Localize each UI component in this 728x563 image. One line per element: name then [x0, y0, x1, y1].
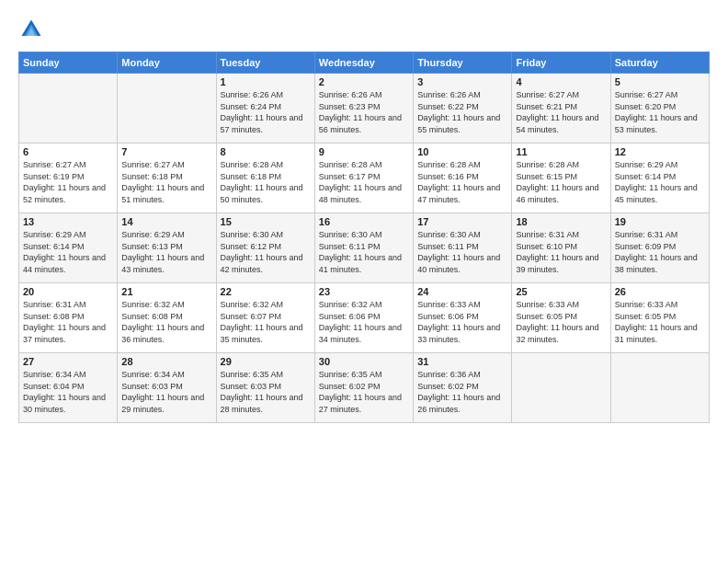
- day-info: Sunrise: 6:28 AM Sunset: 6:16 PM Dayligh…: [417, 159, 507, 205]
- day-number: 24: [417, 286, 507, 297]
- day-number: 2: [319, 76, 409, 87]
- logo: [18, 17, 48, 42]
- calendar-cell: 18 Sunrise: 6:31 AM Sunset: 6:10 PM Dayl…: [512, 213, 610, 283]
- calendar-table: SundayMondayTuesdayWednesdayThursdayFrid…: [18, 52, 710, 423]
- calendar-week-row: 20 Sunrise: 6:31 AM Sunset: 6:08 PM Dayl…: [19, 283, 710, 353]
- day-number: 8: [221, 146, 311, 157]
- day-info: Sunrise: 6:31 AM Sunset: 6:10 PM Dayligh…: [516, 229, 606, 275]
- calendar-cell: 22 Sunrise: 6:32 AM Sunset: 6:07 PM Dayl…: [216, 283, 314, 353]
- day-number: 17: [417, 216, 507, 227]
- day-info: Sunrise: 6:33 AM Sunset: 6:06 PM Dayligh…: [417, 299, 507, 345]
- weekday-header: Thursday: [414, 52, 512, 74]
- day-info: Sunrise: 6:27 AM Sunset: 6:18 PM Dayligh…: [121, 159, 211, 205]
- day-number: 25: [516, 286, 606, 297]
- day-info: Sunrise: 6:35 AM Sunset: 6:02 PM Dayligh…: [319, 369, 409, 415]
- day-number: 15: [221, 216, 311, 227]
- calendar-cell: 14 Sunrise: 6:29 AM Sunset: 6:13 PM Dayl…: [118, 213, 216, 283]
- day-info: Sunrise: 6:30 AM Sunset: 6:11 PM Dayligh…: [417, 229, 507, 275]
- day-info: Sunrise: 6:26 AM Sunset: 6:23 PM Dayligh…: [319, 89, 409, 135]
- day-info: Sunrise: 6:29 AM Sunset: 6:14 PM Dayligh…: [23, 229, 113, 275]
- calendar-cell: 2 Sunrise: 6:26 AM Sunset: 6:23 PM Dayli…: [314, 74, 413, 144]
- day-info: Sunrise: 6:31 AM Sunset: 6:09 PM Dayligh…: [615, 229, 705, 275]
- weekday-header: Friday: [512, 52, 610, 74]
- calendar-week-row: 13 Sunrise: 6:29 AM Sunset: 6:14 PM Dayl…: [19, 213, 710, 283]
- day-number: 31: [417, 356, 507, 367]
- day-number: 26: [615, 286, 705, 297]
- calendar-cell: 11 Sunrise: 6:28 AM Sunset: 6:15 PM Dayl…: [512, 144, 610, 213]
- day-info: Sunrise: 6:27 AM Sunset: 6:21 PM Dayligh…: [516, 89, 606, 135]
- day-number: 4: [516, 76, 606, 87]
- calendar-cell: 30 Sunrise: 6:35 AM Sunset: 6:02 PM Dayl…: [314, 353, 413, 423]
- calendar-cell: 27 Sunrise: 6:34 AM Sunset: 6:04 PM Dayl…: [19, 353, 118, 423]
- weekday-header: Saturday: [610, 52, 709, 74]
- day-info: Sunrise: 6:34 AM Sunset: 6:04 PM Dayligh…: [23, 369, 113, 415]
- calendar-week-row: 1 Sunrise: 6:26 AM Sunset: 6:24 PM Dayli…: [19, 74, 710, 144]
- calendar-cell: 10 Sunrise: 6:28 AM Sunset: 6:16 PM Dayl…: [414, 144, 512, 213]
- day-info: Sunrise: 6:27 AM Sunset: 6:19 PM Dayligh…: [23, 159, 113, 205]
- calendar-cell: 28 Sunrise: 6:34 AM Sunset: 6:03 PM Dayl…: [118, 353, 216, 423]
- day-number: 18: [516, 216, 606, 227]
- weekday-header: Wednesday: [314, 52, 413, 74]
- calendar-cell: [19, 74, 118, 144]
- day-number: 19: [615, 216, 705, 227]
- day-number: 1: [221, 76, 311, 87]
- calendar-header-row: SundayMondayTuesdayWednesdayThursdayFrid…: [19, 52, 710, 74]
- weekday-header: Sunday: [19, 52, 118, 74]
- day-number: 10: [417, 146, 507, 157]
- calendar-cell: 5 Sunrise: 6:27 AM Sunset: 6:20 PM Dayli…: [610, 74, 709, 144]
- calendar-cell: 29 Sunrise: 6:35 AM Sunset: 6:03 PM Dayl…: [216, 353, 314, 423]
- calendar-cell: 24 Sunrise: 6:33 AM Sunset: 6:06 PM Dayl…: [414, 283, 512, 353]
- calendar-cell: 17 Sunrise: 6:30 AM Sunset: 6:11 PM Dayl…: [414, 213, 512, 283]
- calendar-cell: 3 Sunrise: 6:26 AM Sunset: 6:22 PM Dayli…: [414, 74, 512, 144]
- day-number: 11: [516, 146, 606, 157]
- day-info: Sunrise: 6:32 AM Sunset: 6:06 PM Dayligh…: [319, 299, 409, 345]
- day-number: 30: [319, 356, 409, 367]
- day-info: Sunrise: 6:27 AM Sunset: 6:20 PM Dayligh…: [615, 89, 705, 135]
- day-info: Sunrise: 6:32 AM Sunset: 6:07 PM Dayligh…: [221, 299, 311, 345]
- day-number: 14: [121, 216, 211, 227]
- calendar-week-row: 27 Sunrise: 6:34 AM Sunset: 6:04 PM Dayl…: [19, 353, 710, 423]
- day-info: Sunrise: 6:29 AM Sunset: 6:13 PM Dayligh…: [121, 229, 211, 275]
- calendar-week-row: 6 Sunrise: 6:27 AM Sunset: 6:19 PM Dayli…: [19, 144, 710, 213]
- day-info: Sunrise: 6:26 AM Sunset: 6:24 PM Dayligh…: [221, 89, 311, 135]
- calendar-cell: 13 Sunrise: 6:29 AM Sunset: 6:14 PM Dayl…: [19, 213, 118, 283]
- day-info: Sunrise: 6:29 AM Sunset: 6:14 PM Dayligh…: [615, 159, 705, 205]
- day-info: Sunrise: 6:34 AM Sunset: 6:03 PM Dayligh…: [121, 369, 211, 415]
- calendar-cell: 16 Sunrise: 6:30 AM Sunset: 6:11 PM Dayl…: [314, 213, 413, 283]
- calendar-cell: [512, 353, 610, 423]
- calendar-cell: 20 Sunrise: 6:31 AM Sunset: 6:08 PM Dayl…: [19, 283, 118, 353]
- weekday-header: Tuesday: [216, 52, 314, 74]
- calendar-cell: [610, 353, 709, 423]
- calendar-cell: 19 Sunrise: 6:31 AM Sunset: 6:09 PM Dayl…: [610, 213, 709, 283]
- calendar-cell: 9 Sunrise: 6:28 AM Sunset: 6:17 PM Dayli…: [314, 144, 413, 213]
- day-info: Sunrise: 6:28 AM Sunset: 6:18 PM Dayligh…: [221, 159, 311, 205]
- logo-icon: [18, 17, 44, 42]
- day-number: 28: [121, 356, 211, 367]
- day-info: Sunrise: 6:31 AM Sunset: 6:08 PM Dayligh…: [23, 299, 113, 345]
- header: [18, 17, 710, 42]
- day-number: 12: [615, 146, 705, 157]
- calendar-cell: 26 Sunrise: 6:33 AM Sunset: 6:05 PM Dayl…: [610, 283, 709, 353]
- calendar-cell: 12 Sunrise: 6:29 AM Sunset: 6:14 PM Dayl…: [610, 144, 709, 213]
- day-number: 13: [23, 216, 113, 227]
- page: SundayMondayTuesdayWednesdayThursdayFrid…: [0, 0, 728, 563]
- day-info: Sunrise: 6:30 AM Sunset: 6:12 PM Dayligh…: [221, 229, 311, 275]
- day-number: 23: [319, 286, 409, 297]
- day-info: Sunrise: 6:33 AM Sunset: 6:05 PM Dayligh…: [615, 299, 705, 345]
- calendar-cell: 31 Sunrise: 6:36 AM Sunset: 6:02 PM Dayl…: [414, 353, 512, 423]
- day-info: Sunrise: 6:28 AM Sunset: 6:17 PM Dayligh…: [319, 159, 409, 205]
- day-number: 7: [121, 146, 211, 157]
- day-info: Sunrise: 6:26 AM Sunset: 6:22 PM Dayligh…: [417, 89, 507, 135]
- calendar-cell: 15 Sunrise: 6:30 AM Sunset: 6:12 PM Dayl…: [216, 213, 314, 283]
- day-info: Sunrise: 6:28 AM Sunset: 6:15 PM Dayligh…: [516, 159, 606, 205]
- day-number: 20: [23, 286, 113, 297]
- calendar-cell: 8 Sunrise: 6:28 AM Sunset: 6:18 PM Dayli…: [216, 144, 314, 213]
- day-info: Sunrise: 6:32 AM Sunset: 6:08 PM Dayligh…: [121, 299, 211, 345]
- day-number: 5: [615, 76, 705, 87]
- day-number: 27: [23, 356, 113, 367]
- calendar-cell: 1 Sunrise: 6:26 AM Sunset: 6:24 PM Dayli…: [216, 74, 314, 144]
- calendar-cell: 21 Sunrise: 6:32 AM Sunset: 6:08 PM Dayl…: [118, 283, 216, 353]
- day-number: 22: [221, 286, 311, 297]
- day-number: 21: [121, 286, 211, 297]
- day-info: Sunrise: 6:36 AM Sunset: 6:02 PM Dayligh…: [417, 369, 507, 415]
